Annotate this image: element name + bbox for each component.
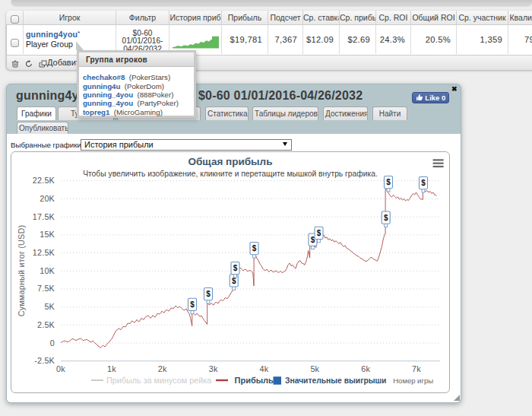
- svg-text:Прибыль за минусом рейка: Прибыль за минусом рейка: [106, 376, 211, 385]
- svg-text:5k: 5k: [310, 364, 319, 373]
- svg-text:15K: 15K: [40, 230, 55, 239]
- svg-text:$: $: [317, 229, 321, 237]
- svg-text:Суммарный итог (USD): Суммарный итог (USD): [17, 225, 26, 316]
- svg-text:Номер игры: Номер игры: [393, 376, 433, 385]
- svg-text:22.5K: 22.5K: [33, 176, 55, 185]
- svg-text:-2.5K: -2.5K: [34, 356, 55, 365]
- svg-text:$: $: [252, 244, 257, 252]
- svg-text:12.5K: 12.5K: [33, 248, 55, 257]
- svg-text:$: $: [384, 214, 388, 222]
- svg-text:$: $: [190, 300, 195, 309]
- svg-text:1k: 1k: [107, 364, 116, 373]
- svg-text:$: $: [233, 264, 238, 272]
- svg-text:20K: 20K: [40, 194, 55, 203]
- svg-text:10K: 10K: [40, 266, 55, 275]
- svg-text:5K: 5K: [44, 302, 55, 311]
- svg-text:6k: 6k: [361, 364, 370, 373]
- svg-text:0: 0: [50, 338, 55, 348]
- svg-text:17.5K: 17.5K: [33, 212, 55, 221]
- svg-text:Общая прибыль: Общая прибыль: [188, 156, 273, 167]
- svg-text:Прибыль: Прибыль: [235, 376, 274, 385]
- svg-text:Значительные выигрыши: Значительные выигрыши: [285, 376, 386, 385]
- svg-text:2k: 2k: [158, 364, 167, 373]
- svg-text:7.5K: 7.5K: [37, 284, 55, 293]
- svg-text:3k: 3k: [209, 364, 218, 373]
- svg-text:$: $: [421, 179, 426, 187]
- svg-text:7k: 7k: [412, 364, 421, 373]
- svg-text:0k: 0k: [56, 364, 65, 373]
- svg-text:$: $: [206, 290, 211, 298]
- svg-text:$: $: [386, 178, 391, 186]
- svg-text:4k: 4k: [259, 364, 268, 373]
- svg-text:2.5K: 2.5K: [37, 320, 55, 329]
- svg-text:Чтобы увеличить изображение, к: Чтобы увеличить изображение, кликните и …: [83, 170, 378, 178]
